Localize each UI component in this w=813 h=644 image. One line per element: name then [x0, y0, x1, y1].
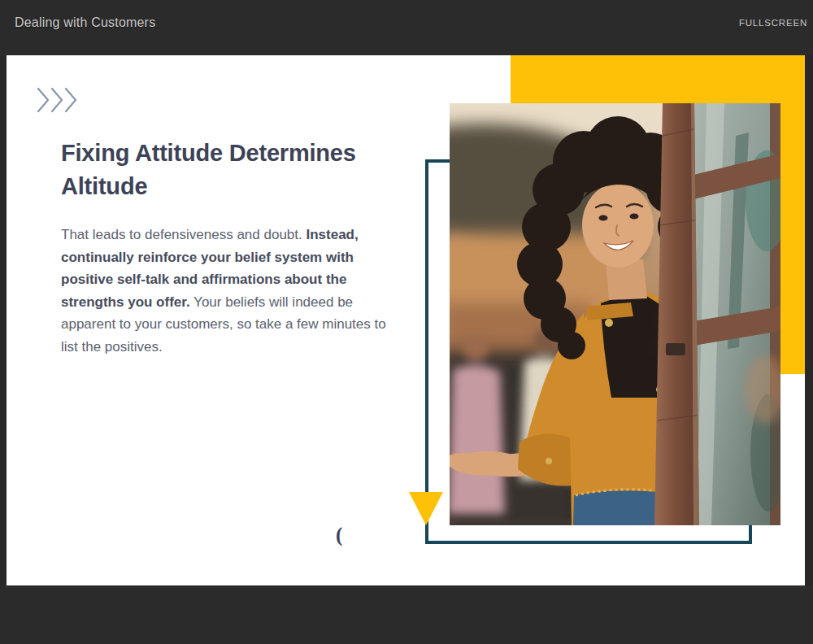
header-bar: Dealing with Customers FULLSCREEN [0, 0, 813, 55]
slide-paragraph: That leads to defensiveness and doubt. I… [61, 224, 394, 358]
stray-parenthesis-glyph: ( [336, 524, 342, 546]
course-title: Dealing with Customers [15, 15, 155, 30]
triple-chevron-icon [37, 87, 80, 113]
slide-heading-line1: Fixing Attitude Determines [61, 137, 411, 170]
window-frame [654, 103, 780, 525]
slide-photo [450, 103, 780, 525]
slide-canvas: Fixing Attitude Determines Altitude That… [7, 55, 805, 585]
player-bar [0, 585, 813, 644]
fullscreen-button[interactable]: FULLSCREEN [739, 18, 807, 28]
yellow-triangle-pointer [409, 492, 443, 525]
slide-heading-line2: Altitude [61, 170, 411, 203]
slide-heading: Fixing Attitude Determines Altitude [61, 137, 411, 203]
player-stage: Dealing with Customers FULLSCREEN Fixing… [0, 0, 813, 644]
